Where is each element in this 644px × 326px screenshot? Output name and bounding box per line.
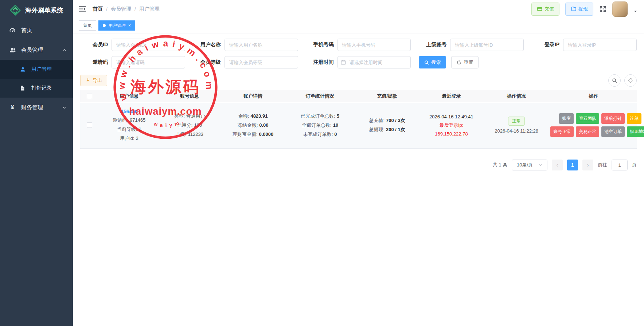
sidebar-item-label: 用户管理: [31, 66, 52, 72]
goto-page-input[interactable]: [612, 160, 628, 170]
tab-label: 用户管理: [108, 23, 126, 29]
login-ip-input[interactable]: [563, 39, 637, 51]
member-id-label: 会员ID: [80, 42, 108, 48]
table-header-row: 用户信息 账号信息 账户详情 订单统计情况 充值/提款 最近登录 操作情况 操作: [80, 90, 637, 102]
info-line: 用户id:2: [120, 135, 138, 142]
user-avatar[interactable]: [612, 1, 628, 17]
col-header-actions: 操作: [550, 93, 637, 99]
total-count: 共 1 条: [493, 162, 507, 168]
tab-home[interactable]: 首页: [79, 20, 96, 31]
breadcrumb: 首页 / 会员管理 / 用户管理: [93, 6, 160, 12]
col-header-user-info: 用户信息: [99, 93, 159, 99]
col-header-order-stats: 订单统计情况: [286, 93, 354, 99]
invite-code-input[interactable]: [112, 56, 185, 68]
actions-row-2: 账号正常 交易正常 清空订单 提现地址: [550, 126, 644, 137]
clear-orders-button[interactable]: 清空订单: [601, 126, 625, 137]
info-line: 全部订单总数:10: [302, 122, 338, 129]
view-team-button[interactable]: 查看团队: [576, 113, 599, 124]
cell-recharge-withdraw: 总充值:700 / 3次 总提现:200 / 1次: [354, 109, 420, 142]
search-button[interactable]: 搜索: [419, 56, 446, 68]
tab-user-management[interactable]: 用户管理 ×: [98, 20, 135, 31]
info-line: 邀请码:971465: [113, 117, 145, 123]
filter-actions: 搜索 重置: [419, 56, 637, 68]
col-header-op-status: 操作情况: [483, 93, 550, 99]
withdraw-button[interactable]: 提现: [565, 3, 593, 16]
logo-diamond-icon: [9, 4, 21, 16]
row-checkbox[interactable]: [87, 122, 92, 128]
refresh-icon: [457, 60, 461, 65]
trade-status-button[interactable]: 交易正常: [576, 126, 599, 137]
account-status-button[interactable]: 账号正常: [550, 126, 574, 137]
breadcrumb-members[interactable]: 会员管理: [111, 6, 131, 12]
cell-last-login: 2026-04-16 12:49:41 最后登录ip: 169.150.222.…: [420, 109, 483, 142]
export-button-label: 导出: [93, 77, 102, 84]
combo-order-button[interactable]: 连单: [627, 113, 641, 124]
close-tab-icon[interactable]: ×: [128, 23, 131, 28]
actions-row-1: 账变 查看团队 派单打针 连单: [559, 113, 641, 124]
recharge-button[interactable]: 充值: [531, 3, 559, 16]
sidebar-item-finance[interactable]: ¥ 财务管理: [0, 98, 73, 117]
collapse-sidebar-icon[interactable]: [79, 6, 86, 12]
card-icon: [537, 6, 542, 12]
phone-label: 手机号码: [306, 42, 334, 48]
breadcrumb-current: 用户管理: [139, 6, 160, 12]
member-level-input[interactable]: [225, 56, 298, 68]
sidebar-item-home[interactable]: 首页: [0, 20, 73, 40]
user-id-link[interactable]: 456456: [121, 109, 138, 114]
members-submenu: 用户管理 打针记录: [0, 60, 73, 98]
last-login-ip: 169.150.222.78: [435, 131, 468, 137]
tab-label: 首页: [83, 23, 92, 29]
yen-icon: ¥: [9, 104, 16, 111]
cell-actions: 账变 查看团队 派单打针 连单 账号正常 交易正常 清空订单 提现地址: [550, 109, 644, 142]
toolbar-right: [608, 74, 637, 87]
sidebar-item-label: 会员管理: [21, 47, 43, 54]
account-change-button[interactable]: 账变: [559, 113, 574, 124]
withdraw-label: 提现: [578, 6, 588, 12]
main-area: 首页 / 会员管理 / 用户管理 充值 提现: [73, 0, 644, 326]
page-content: 会员ID 用户名称 手机号码 上级账号 登录IP: [73, 33, 644, 326]
app-root: 海外刷单系统 首页 会员管理: [0, 0, 644, 326]
page-size-select[interactable]: 10条/页: [512, 160, 547, 170]
sidebar-item-label: 打针记录: [31, 85, 52, 91]
sidebar-item-user-management[interactable]: 用户管理: [0, 60, 73, 79]
breadcrumb-home[interactable]: 首页: [93, 6, 103, 12]
sidebar-item-label: 首页: [21, 27, 32, 34]
search-button-label: 搜索: [431, 59, 441, 66]
dispatch-order-button[interactable]: 派单打针: [601, 113, 625, 124]
next-page-button[interactable]: ›: [582, 160, 593, 170]
parent-account-input[interactable]: [450, 39, 524, 51]
breadcrumb-separator: /: [134, 6, 136, 12]
invite-code-label: 邀请码: [80, 59, 108, 66]
cell-account-detail: 余额:4823.91 冻结金额:0.00 理财宝金额:0.0000: [220, 109, 286, 142]
fullscreen-icon[interactable]: [599, 5, 606, 13]
goto-label: 前往: [598, 162, 607, 168]
sidebar-item-injection-records[interactable]: 打针记录: [0, 79, 73, 98]
login-ip-label: 登录IP: [532, 42, 559, 48]
calendar-icon: [341, 60, 346, 65]
select-all-checkbox[interactable]: [87, 94, 92, 99]
breadcrumb-separator: /: [106, 6, 108, 12]
reset-button[interactable]: 重置: [451, 56, 479, 68]
refresh-table-icon[interactable]: [624, 74, 637, 87]
info-line: 冻结金额:0.00: [238, 122, 269, 129]
open-tabs-bar: 首页 用户管理 ×: [73, 18, 644, 33]
sidebar-item-label: 财务管理: [21, 104, 43, 111]
search-icon: [424, 60, 429, 65]
info-line: 未完成订单数:0: [303, 131, 337, 138]
phone-input[interactable]: [337, 39, 411, 51]
toggle-search-icon[interactable]: [608, 74, 621, 87]
withdraw-address-button[interactable]: 提现地址: [627, 126, 644, 137]
page-unit-label: 页: [632, 162, 637, 168]
cell-order-stats: 已完成订单总数:5 全部订单总数:10 未完成订单数:0: [286, 109, 354, 142]
app-title: 海外刷单系统: [25, 6, 63, 15]
user-name-input[interactable]: [225, 39, 298, 51]
active-tab-dot: [103, 24, 106, 27]
export-button[interactable]: 导出: [80, 75, 107, 86]
page-number-1[interactable]: 1: [567, 160, 578, 170]
member-id-input[interactable]: [112, 39, 185, 51]
avatar-dropdown-caret-icon[interactable]: [633, 9, 637, 13]
prev-page-button[interactable]: ‹: [552, 160, 563, 170]
register-time-input[interactable]: [337, 56, 411, 68]
register-time-label: 注册时间: [306, 59, 334, 66]
sidebar-item-members[interactable]: 会员管理: [0, 40, 73, 60]
